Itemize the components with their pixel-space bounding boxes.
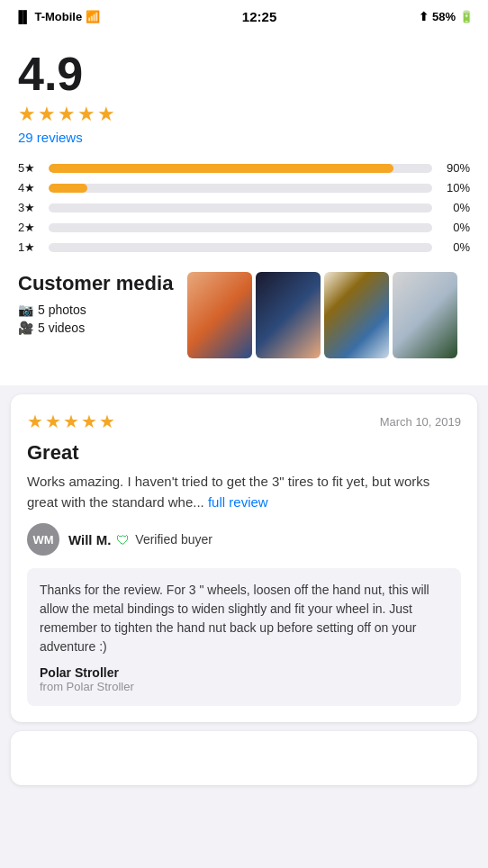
location-icon: ⬆ [419, 10, 429, 23]
thumbnail-2[interactable] [256, 272, 321, 358]
camera-icon: 📷 [18, 303, 33, 317]
review-stars: ★ ★ ★ ★ ★ [27, 411, 115, 432]
bar-fill-5 [49, 164, 393, 173]
bar-row-4: 4★ 10% [18, 181, 470, 194]
bar-track-4 [49, 184, 432, 193]
review-card: ★ ★ ★ ★ ★ March 10, 2019 Great Works ama… [11, 394, 477, 722]
star-3-icon: ★ [58, 103, 76, 126]
bar-row-5: 5★ 90% [18, 161, 470, 175]
review-star-3: ★ [63, 411, 79, 432]
bar-pct-3: 0% [439, 201, 470, 214]
photo-count: 5 photos [38, 303, 86, 317]
review-header: ★ ★ ★ ★ ★ March 10, 2019 [27, 411, 461, 432]
review-text: Works amazing. I haven't tried to get th… [27, 472, 461, 512]
status-time: 12:25 [242, 9, 276, 24]
review-star-5: ★ [99, 411, 115, 432]
bar-row-2: 2★ 0% [18, 221, 470, 234]
bar-track-1 [49, 243, 432, 252]
seller-response: Thanks for the review. For 3 " wheels, l… [27, 568, 461, 706]
bar-fill-4 [49, 184, 87, 193]
bar-row-3: 3★ 0% [18, 201, 470, 214]
customer-media-section: Customer media 📷 5 photos 🎥 5 videos [18, 272, 470, 358]
seller-name: Polar Stroller [40, 665, 448, 680]
seller-signature: Polar Stroller from Polar Stroller [40, 665, 448, 693]
bar-label-3: 3★ [18, 201, 41, 214]
star-4-icon: ★ [77, 103, 95, 126]
bar-pct-5: 90% [439, 161, 470, 175]
media-thumbnails[interactable] [187, 272, 457, 358]
video-count-row: 🎥 5 videos [18, 321, 173, 335]
status-bar: ▐▌ T-Mobile 📶 12:25 ⬆ 58% 🔋 [0, 0, 488, 32]
avatar: WM [27, 523, 59, 556]
bar-label-5: 5★ [18, 161, 41, 175]
status-carrier: ▐▌ T-Mobile 📶 [14, 10, 100, 23]
reviews-link[interactable]: 29 reviews [18, 130, 470, 145]
signal-icon: ▐▌ [14, 10, 31, 23]
seller-from: from Polar Stroller [40, 680, 448, 693]
media-info: Customer media 📷 5 photos 🎥 5 videos [18, 272, 173, 335]
thumbnail-1[interactable] [187, 272, 252, 358]
review-star-2: ★ [45, 411, 61, 432]
read-more-link[interactable]: full review [208, 494, 268, 510]
review-title: Great [27, 441, 461, 465]
bar-track-3 [49, 203, 432, 212]
bar-pct-4: 10% [439, 181, 470, 194]
customer-media-title: Customer media [18, 272, 173, 295]
bar-pct-2: 0% [439, 221, 470, 234]
verified-label: Verified buyer [135, 532, 212, 547]
next-review-placeholder [11, 731, 477, 785]
bar-label-4: 4★ [18, 181, 41, 194]
star-5-half-icon: ★ [97, 103, 115, 126]
review-star-4: ★ [81, 411, 97, 432]
reviewer-row: WM Will M. 🛡 Verified buyer [27, 523, 461, 556]
star-2-icon: ★ [38, 103, 56, 126]
bar-row-1: 1★ 0% [18, 240, 470, 254]
photo-count-row: 📷 5 photos [18, 303, 173, 317]
rating-overview-section: 4.9 ★ ★ ★ ★ ★ 29 reviews 5★ 90% 4★ 10% 3… [0, 32, 488, 385]
overall-rating: 4.9 [18, 50, 470, 97]
review-star-1: ★ [27, 411, 43, 432]
star-1-icon: ★ [18, 103, 36, 126]
rating-bars: 5★ 90% 4★ 10% 3★ 0% 2★ 0% [18, 161, 470, 254]
reviewer-name: Will M. [68, 532, 111, 547]
video-count: 5 videos [38, 321, 85, 335]
seller-response-text: Thanks for the review. For 3 " wheels, l… [40, 581, 448, 656]
wifi-icon: 📶 [86, 10, 100, 23]
status-battery: ⬆ 58% 🔋 [419, 10, 474, 23]
video-icon: 🎥 [18, 321, 33, 335]
verified-shield-icon: 🛡 [116, 532, 130, 547]
thumbnail-4[interactable] [393, 272, 457, 358]
bar-track-2 [49, 223, 432, 232]
overall-stars: ★ ★ ★ ★ ★ [18, 103, 470, 126]
bar-label-2: 2★ [18, 221, 41, 234]
battery-icon: 🔋 [459, 10, 474, 23]
bar-track-5 [49, 164, 432, 173]
bar-pct-1: 0% [439, 240, 470, 254]
thumbnail-3[interactable] [324, 272, 389, 358]
reviewer-info: Will M. 🛡 Verified buyer [68, 532, 212, 547]
media-count: 📷 5 photos 🎥 5 videos [18, 303, 173, 335]
bar-label-1: 1★ [18, 240, 41, 254]
review-date: March 10, 2019 [380, 415, 461, 429]
